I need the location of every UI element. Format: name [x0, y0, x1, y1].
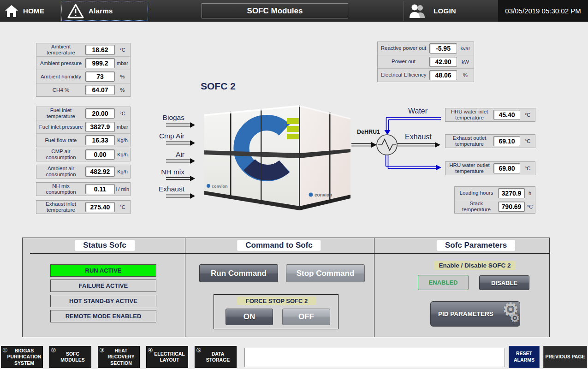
measure-label: CMP air consumption — [36, 148, 85, 161]
nav-label: SOFC MODULES — [55, 351, 90, 363]
measure-value: 64.07 — [85, 85, 115, 95]
login-label: LOGIN — [434, 7, 456, 15]
measure-label: Ambient temperature — [36, 43, 85, 56]
measure-label: Loading hours — [455, 190, 498, 196]
measure-value: 20.00 — [85, 108, 115, 119]
measure-value: 69.10 — [493, 136, 520, 146]
users-icon — [408, 4, 429, 18]
measure-value: 0.11 — [85, 184, 115, 194]
enable-disable-label: Enable / Disable SOFC 2 — [434, 261, 516, 270]
measure-value: 48.06 — [429, 70, 457, 80]
nav-label: DATA STORAGE — [201, 351, 235, 363]
control-panel: Status Sofc Command to Sofc Sofc Paramet… — [22, 238, 550, 337]
measure-label: Ambient humidity — [36, 73, 85, 80]
measure-label: Reactive power out — [378, 45, 429, 52]
sofc-module-image[interactable]: convion convion — [197, 104, 350, 214]
stop-command-button[interactable]: Stop Command — [286, 264, 365, 282]
alarms-button[interactable]: Alarms — [61, 1, 148, 21]
measure-row: Reactive power out -5.95 kvar — [378, 42, 474, 55]
nav-number: ⑤ — [196, 347, 202, 354]
exhaust-inlet-box: Exhaust inlet temperature 275.40 °C — [36, 200, 131, 214]
nav-data-storage-button[interactable]: ⑤ DATA STORAGE — [195, 346, 237, 368]
measure-label: NH mix consumption — [36, 183, 85, 196]
svg-text:convion: convion — [212, 184, 228, 189]
input-arrowheads — [190, 122, 195, 199]
panel-divider — [329, 113, 331, 203]
topbar-divider — [404, 1, 404, 21]
command-section-header: Command to Sofc — [237, 240, 321, 251]
measure-label: Fuel inlet temperature — [36, 107, 85, 120]
enabled-button[interactable]: ENABLED — [418, 275, 469, 290]
measure-row: Power out 42.90 kW — [378, 55, 474, 69]
measure-row: HRU water outlet temperature 69.80 °C — [445, 162, 535, 175]
measure-unit: l / min — [115, 186, 130, 192]
nav-sofc-modules-button[interactable]: ② SOFC MODULES — [49, 346, 91, 368]
nav-label: BIOGAS PURIFICATION SYSTEM — [7, 348, 42, 366]
measure-row: Fuel flow rate 16.33 Kg/h — [36, 134, 130, 147]
top-bar: HOME Alarms SOFC Modules LOGIN 03/05/201… — [0, 0, 588, 22]
previous-page-button[interactable]: PREVIOUS PAGE — [543, 346, 587, 368]
module-to-dehru-arrow — [351, 142, 377, 148]
measure-unit: °C — [115, 204, 130, 210]
nav-biogas-purification-button[interactable]: ① BIOGAS PURIFICATION SYSTEM — [1, 346, 43, 368]
measure-label: HRU water outlet temperature — [445, 162, 493, 175]
measure-unit: % — [457, 72, 474, 78]
measure-value: 482.92 — [85, 167, 115, 177]
force-stop-off-button[interactable]: OFF — [282, 309, 330, 325]
pid-parameters-button[interactable]: PID PARAMETERS ⚙ ⚙ — [430, 301, 520, 327]
sofc-module-title: SOFC 2 — [201, 81, 236, 92]
measure-row: CMP air consumption 0.00 Kg/h — [36, 148, 130, 161]
alarms-label: Alarms — [89, 7, 113, 15]
measure-value: 275.40 — [85, 202, 115, 212]
measure-row: CH4 % 64.07 % — [36, 83, 130, 96]
measure-row: Exhaust outlet temperature 69.10 °C — [445, 135, 535, 148]
measure-row: Ambient air consumption 482.92 Kg/h — [36, 165, 130, 178]
measure-unit: % — [115, 87, 130, 93]
measure-row: Loading hours 3270.9 h — [455, 187, 535, 200]
input-arrows — [166, 124, 190, 197]
login-button[interactable]: LOGIN — [408, 0, 495, 22]
stack-group: Loading hours 3270.9 h Stack temperature… — [454, 186, 535, 214]
measure-value: 69.80 — [493, 163, 520, 173]
disable-button[interactable]: DISABLE — [479, 275, 529, 290]
reset-alarms-button[interactable]: RESET ALARMS — [509, 346, 540, 368]
measure-unit: °C — [115, 111, 130, 116]
sofc-modules-screen: HOME Alarms SOFC Modules LOGIN 03/05/201… — [0, 0, 588, 369]
measure-value: -5.95 — [429, 43, 457, 54]
water-inlet-line — [385, 118, 441, 135]
measure-label: HRU water inlet temperature — [445, 108, 493, 121]
measure-value: 42.90 — [429, 57, 457, 67]
ambient-air-box: Ambient air consumption 482.92 Kg/h — [36, 165, 131, 179]
nav-number: ③ — [99, 347, 105, 354]
measure-unit: % — [115, 74, 130, 79]
run-command-button[interactable]: Run Command — [199, 264, 278, 282]
force-stop-on-button[interactable]: ON — [226, 309, 273, 325]
measure-value: 3827.9 — [85, 122, 115, 132]
measure-value: 999.2 — [85, 58, 115, 68]
measure-value: 45.40 — [493, 110, 520, 120]
measure-label: CH4 % — [36, 87, 85, 94]
gear-small-icon: ⚙ — [510, 312, 520, 325]
measure-value: 3270.9 — [498, 188, 525, 198]
measure-unit: °C — [115, 47, 130, 53]
panel-header-rule — [30, 253, 550, 254]
measure-unit: Kg/h — [115, 169, 130, 174]
measure-value: 790.69 — [498, 202, 525, 212]
nav-label: HEAT RECOVERY SECTION — [104, 348, 138, 366]
measure-row: Stack temperature 790.69 °C — [455, 200, 535, 213]
panel-divider — [299, 105, 300, 210]
nav-heat-recovery-button[interactable]: ③ HEAT RECOVERY SECTION — [98, 346, 140, 368]
pid-parameters-label: PID PARAMETERS — [438, 310, 493, 317]
dehru-heat-exchanger[interactable] — [377, 135, 397, 155]
home-button[interactable]: HOME — [5, 0, 59, 22]
nav-electrical-layout-button[interactable]: ④ ELECTRICAL LAYOUT — [146, 346, 188, 368]
measure-label: Power out — [378, 58, 429, 65]
measure-row: Electrical Efficiency 48.06 % — [378, 69, 474, 82]
measure-value: 18.62 — [85, 45, 115, 55]
measure-unit: °C — [520, 166, 535, 171]
nav-number: ② — [51, 347, 56, 354]
page-title: SOFC Modules — [202, 3, 348, 18]
parameters-section-header: Sofc Parameters — [437, 240, 515, 251]
measure-row: Ambient humidity 73 % — [36, 70, 130, 83]
measure-unit: mbar — [115, 124, 130, 130]
